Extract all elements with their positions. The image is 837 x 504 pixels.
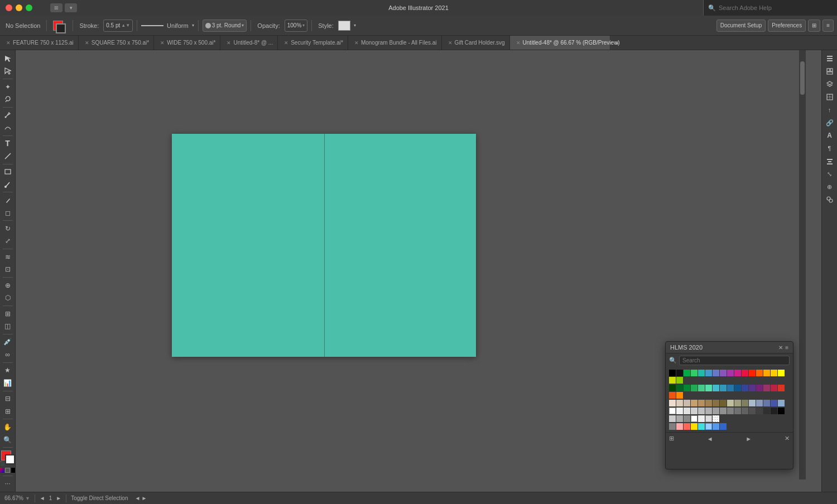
stroke-value[interactable]: 0.5 pt ▲▼ xyxy=(103,20,133,32)
eyedropper-tool[interactable]: 💉 xyxy=(2,336,14,348)
links-panel-button[interactable]: 🔗 xyxy=(824,117,836,129)
panel-toggle[interactable]: ≡ xyxy=(822,20,834,32)
swatch[interactable] xyxy=(698,415,705,422)
pen-tool[interactable] xyxy=(2,109,14,121)
swatch[interactable] xyxy=(756,400,763,406)
opacity-value[interactable]: 100% ▾ xyxy=(285,20,308,32)
swatch[interactable] xyxy=(669,423,676,430)
swatch[interactable] xyxy=(734,385,741,391)
artboard-tool[interactable]: ⊟ xyxy=(2,393,14,405)
swatch[interactable] xyxy=(669,400,676,406)
symbol-tool[interactable]: ★ xyxy=(2,365,14,376)
swatch[interactable] xyxy=(698,400,705,406)
swatch[interactable] xyxy=(691,423,698,430)
tip-selector[interactable]: 3 pt. Round ▾ xyxy=(203,20,247,32)
close-window-button[interactable] xyxy=(6,4,12,11)
tab-close-8[interactable]: ✕ xyxy=(516,40,521,46)
swatch[interactable] xyxy=(698,408,705,414)
color-icon[interactable] xyxy=(0,468,4,473)
swatch[interactable] xyxy=(727,400,734,406)
tab-square[interactable]: ✕ SQUARE 750 x 750.ai* xyxy=(79,36,154,50)
swatch[interactable] xyxy=(720,400,727,406)
maximize-window-button[interactable] xyxy=(26,4,32,11)
lasso-tool[interactable] xyxy=(2,93,14,105)
scroll-thumb[interactable] xyxy=(800,61,805,95)
swatch[interactable] xyxy=(676,385,683,391)
panel-new-swatch[interactable]: ⊞ xyxy=(669,435,674,442)
swatch[interactable] xyxy=(771,370,777,376)
paragraph-panel-button[interactable]: ¶ xyxy=(824,142,836,154)
tab-close-6[interactable]: ✕ xyxy=(354,40,359,46)
swatch[interactable] xyxy=(705,370,712,376)
swatch[interactable] xyxy=(720,423,727,430)
swatch[interactable] xyxy=(691,415,698,422)
stroke-style-selector[interactable]: Uniform ▾ xyxy=(141,22,194,29)
swatch[interactable] xyxy=(749,370,756,376)
swatch[interactable] xyxy=(669,415,676,422)
zoom-control[interactable]: 66.67% ▼ xyxy=(4,495,30,501)
arrange-icons[interactable]: ⊞ xyxy=(808,20,820,32)
swatch[interactable] xyxy=(669,377,676,384)
minimize-window-button[interactable] xyxy=(16,4,22,11)
swatch[interactable] xyxy=(713,370,719,376)
swatch[interactable] xyxy=(676,415,683,422)
swatch[interactable] xyxy=(676,423,683,430)
tab-giftcard[interactable]: ✕ Gift Card Holder.svg xyxy=(442,36,510,50)
free-transform-tool[interactable]: ⊡ xyxy=(2,264,14,275)
swatch[interactable] xyxy=(727,385,734,391)
swatch[interactable] xyxy=(771,385,777,391)
rect-tool[interactable] xyxy=(2,166,14,178)
rotate-tool[interactable]: ↻ xyxy=(2,222,14,234)
swatch[interactable] xyxy=(676,370,683,376)
blend-tool[interactable]: ∞ xyxy=(2,348,14,360)
swatch[interactable] xyxy=(778,400,785,406)
swatch[interactable] xyxy=(691,408,698,414)
search-input[interactable] xyxy=(719,4,833,11)
color-panel-close[interactable]: ✕ xyxy=(778,345,783,351)
swatch[interactable] xyxy=(742,385,748,391)
slice-tool[interactable]: ⊞ xyxy=(2,405,14,417)
properties-panel-button[interactable] xyxy=(824,52,836,65)
swatch[interactable] xyxy=(727,408,734,414)
canvas-area[interactable]: HLMS 2020 ✕ ≡ 🔍 xyxy=(16,50,821,492)
swatch[interactable] xyxy=(778,408,785,414)
scale-tool[interactable]: ⤢ xyxy=(2,235,14,247)
swatch[interactable] xyxy=(749,408,756,414)
transform-panel-button[interactable]: ⤡ xyxy=(824,168,836,180)
hand-tool[interactable]: ✋ xyxy=(2,421,14,433)
swatch[interactable] xyxy=(763,385,770,391)
swatch[interactable] xyxy=(705,385,712,391)
pathfinder-panel-button[interactable]: ⊕ xyxy=(824,181,836,193)
mesh-tool[interactable]: ⊞ xyxy=(2,308,14,319)
tab-untitled48[interactable]: ✕ Untitled-48* @ 66.67 % (RGB/Preview) xyxy=(510,36,610,50)
swatch[interactable] xyxy=(778,385,785,391)
tab-security[interactable]: ✕ Security Template.ai* xyxy=(278,36,348,50)
tab-close-7[interactable]: ✕ xyxy=(448,40,453,46)
swatch[interactable] xyxy=(713,385,719,391)
align-panel-button[interactable] xyxy=(824,155,836,167)
swatch[interactable] xyxy=(669,370,676,376)
swatch[interactable] xyxy=(684,408,690,414)
color-panel-menu[interactable]: ≡ xyxy=(785,345,788,351)
swatch[interactable] xyxy=(691,400,698,406)
grid-icon[interactable]: ⊞ xyxy=(50,3,62,12)
graph-tool[interactable]: 📊 xyxy=(2,377,14,389)
more-tools[interactable]: ··· xyxy=(2,477,14,489)
swatch[interactable] xyxy=(734,400,741,406)
swatch[interactable] xyxy=(698,423,705,430)
tab-monogram[interactable]: ✕ Monogram Bundle - All Files.ai xyxy=(348,36,442,50)
swatch[interactable] xyxy=(684,385,690,391)
perspective-tool[interactable]: ⬡ xyxy=(2,292,14,303)
line-tool[interactable] xyxy=(2,150,14,162)
selection-tool[interactable] xyxy=(2,52,14,64)
swatch[interactable] xyxy=(727,370,734,376)
swatch[interactable] xyxy=(669,408,676,414)
swatch[interactable] xyxy=(720,370,727,376)
type-tool[interactable]: T xyxy=(2,138,14,149)
swatch[interactable] xyxy=(713,408,719,414)
tab-close-3[interactable]: ✕ xyxy=(160,40,165,46)
warp-tool[interactable]: ≋ xyxy=(2,251,14,263)
swatch[interactable] xyxy=(720,385,727,391)
swatch[interactable] xyxy=(684,400,690,406)
fill-stroke-tool[interactable]: ⬛ xyxy=(0,449,16,466)
